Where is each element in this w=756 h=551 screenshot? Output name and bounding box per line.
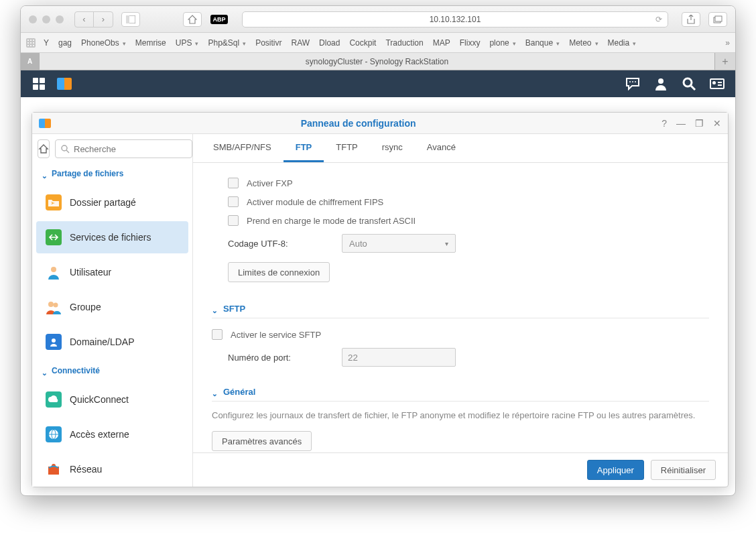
- mac-titlebar: ‹ › ABP 10.10.132.101 ⟳: [21, 6, 735, 33]
- bookmark-item[interactable]: Memrise: [131, 36, 170, 50]
- svg-rect-3: [715, 16, 722, 21]
- bookmarks-overflow[interactable]: »: [725, 38, 730, 48]
- bookmark-item[interactable]: Banque: [521, 36, 564, 50]
- close-button[interactable]: ✕: [713, 118, 721, 129]
- sftp-section-head[interactable]: SFTP: [212, 300, 709, 318]
- user-icon[interactable]: [653, 76, 668, 91]
- sidebar-item-quickconnect[interactable]: QuickConnect: [36, 383, 188, 416]
- bookmark-item[interactable]: Cockpit: [345, 36, 380, 50]
- home-button[interactable]: [38, 139, 50, 158]
- svg-point-5: [632, 81, 633, 82]
- tab-advanced[interactable]: Avancé: [415, 134, 468, 162]
- forward-button[interactable]: ›: [94, 12, 113, 27]
- domain-icon: [46, 334, 62, 350]
- bookmark-item[interactable]: plone: [485, 36, 519, 50]
- utf8-select[interactable]: Auto: [342, 234, 456, 253]
- sidebar-toggle[interactable]: [121, 12, 140, 27]
- tab-smb[interactable]: SMB/AFP/NFS: [201, 134, 284, 162]
- share-button[interactable]: [682, 12, 700, 27]
- general-section-head[interactable]: Général: [212, 383, 709, 402]
- new-tab-button[interactable]: +: [715, 53, 735, 70]
- svg-line-11: [66, 150, 69, 153]
- minimize-traffic-light[interactable]: [42, 15, 50, 23]
- maximize-button[interactable]: ❐: [695, 118, 704, 129]
- tab-rsync[interactable]: rsync: [370, 134, 415, 162]
- minimize-button[interactable]: —: [676, 118, 686, 129]
- sidebar-item-label: Dossier partagé: [70, 197, 136, 208]
- svg-point-14: [54, 303, 58, 308]
- back-button[interactable]: ‹: [75, 12, 94, 27]
- svg-point-7: [658, 78, 664, 84]
- search-icon[interactable]: [682, 76, 696, 91]
- sidebar-item-group[interactable]: Groupe: [36, 291, 188, 323]
- advanced-params-button[interactable]: Paramètres avancés: [212, 431, 312, 451]
- url-bar[interactable]: 10.10.132.101 ⟳: [242, 11, 668, 27]
- tabs-button[interactable]: [708, 12, 727, 27]
- bookmark-item[interactable]: PhoneObs: [77, 36, 130, 50]
- bookmark-item[interactable]: Php&Sql: [204, 36, 250, 50]
- connection-limits-button[interactable]: Limites de connexion: [228, 262, 330, 282]
- sftp-enable-label: Activer le service SFTP: [231, 330, 321, 340]
- tab-badge-a[interactable]: A: [21, 53, 40, 70]
- cp-app-icon: [39, 119, 51, 128]
- search-input[interactable]: [55, 139, 192, 158]
- tab-tftp[interactable]: TFTP: [324, 134, 370, 162]
- sidebar-item-label: Domaine/LDAP: [70, 336, 135, 347]
- sftp-section: SFTP Activer le service SFTP Numéro de p…: [212, 300, 709, 371]
- bookmark-item[interactable]: UPS: [172, 36, 203, 50]
- main-menu-icon[interactable]: [32, 76, 46, 91]
- fips-label: Activer module de chiffrement FIPS: [247, 197, 383, 207]
- nav-back-forward: ‹ ›: [74, 11, 113, 27]
- sidebar-item-network[interactable]: Réseau: [36, 453, 188, 485]
- apply-button[interactable]: Appliquer: [587, 460, 644, 480]
- sidebar-item-file-services[interactable]: Services de fichiers: [36, 221, 188, 253]
- browser-tab-title: synologyCluster - Synology RackStation: [306, 57, 448, 66]
- user-sidebar-icon: [46, 264, 62, 280]
- reset-button[interactable]: Réinitialiser: [651, 460, 716, 480]
- help-button[interactable]: ?: [662, 118, 667, 129]
- bookmark-item[interactable]: Meteo: [565, 36, 602, 50]
- sidebar-item-label: Services de fichiers: [70, 232, 151, 243]
- dsm-topbar: [21, 70, 735, 97]
- tab-ftp[interactable]: FTP: [284, 134, 324, 162]
- fxp-checkbox[interactable]: [228, 178, 239, 188]
- bookmark-item[interactable]: Media: [604, 36, 641, 50]
- sidebar-item-external-access[interactable]: Accès externe: [36, 418, 188, 450]
- sidebar-item-label: Réseau: [70, 464, 102, 475]
- footer: Appliquer Réinitialiser: [193, 452, 728, 487]
- browser-tab[interactable]: synologyCluster - Synology RackStation: [40, 53, 715, 70]
- widgets-icon[interactable]: [710, 76, 724, 91]
- search-text-field[interactable]: [74, 144, 186, 154]
- bookmark-item[interactable]: gag: [54, 36, 76, 50]
- fips-checkbox[interactable]: [228, 196, 239, 207]
- bookmark-item[interactable]: Flixxy: [456, 36, 485, 50]
- svg-rect-1: [126, 15, 129, 23]
- home-toolbar-button[interactable]: [183, 12, 202, 27]
- bookmark-item[interactable]: Y: [40, 36, 53, 50]
- sidebar-item-shared-folder[interactable]: Dossier partagé: [36, 186, 188, 219]
- port-input[interactable]: [342, 348, 456, 367]
- close-traffic-light[interactable]: [29, 15, 37, 23]
- abp-icon[interactable]: ABP: [210, 12, 229, 27]
- category-connectivity[interactable]: Connectivité: [32, 361, 192, 381]
- bookmark-item[interactable]: Dload: [315, 36, 344, 50]
- control-panel-taskbar-icon[interactable]: [57, 76, 72, 91]
- grid-icon[interactable]: [26, 38, 36, 48]
- svg-point-13: [48, 302, 54, 307]
- port-row: Numéro de port:: [212, 344, 709, 371]
- sftp-enable-checkbox[interactable]: [212, 329, 223, 340]
- cp-sidebar: Partage de fichiers Dossier partagé Serv…: [32, 134, 193, 487]
- bookmark-item[interactable]: Traduction: [381, 36, 427, 50]
- chat-icon[interactable]: [625, 76, 640, 91]
- bookmark-item[interactable]: MAP: [429, 36, 454, 50]
- sidebar-item-domain[interactable]: Domaine/LDAP: [36, 326, 188, 358]
- zoom-traffic-light[interactable]: [56, 15, 64, 23]
- ascii-checkbox[interactable]: [228, 215, 239, 226]
- bookmark-item[interactable]: Positivr: [251, 36, 286, 50]
- reader-icon[interactable]: ⟳: [655, 15, 662, 24]
- svg-point-12: [51, 267, 56, 272]
- content-panel: Activer FXP Activer module de chiffremen…: [193, 163, 728, 452]
- sidebar-item-user[interactable]: Utilisateur: [36, 256, 188, 288]
- bookmark-item[interactable]: RAW: [288, 36, 314, 50]
- category-file-sharing[interactable]: Partage de fichiers: [32, 164, 192, 184]
